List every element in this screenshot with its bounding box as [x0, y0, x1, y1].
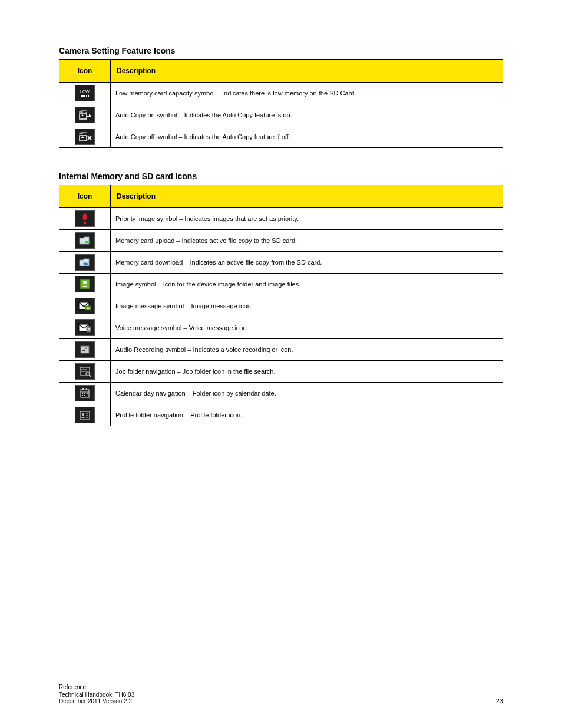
- svg-rect-35: [84, 393, 85, 394]
- svg-rect-7: [80, 114, 87, 119]
- table-row: Image symbol – Icon for the device image…: [59, 274, 503, 295]
- svg-text:AUTO: AUTO: [79, 110, 87, 113]
- cell-desc: Image symbol – Icon for the device image…: [111, 274, 503, 295]
- svg-rect-34: [82, 393, 83, 394]
- svg-rect-32: [82, 388, 84, 390]
- svg-rect-1: [81, 95, 82, 97]
- page: Camera Setting Feature Icons Icon Descri…: [0, 0, 562, 728]
- t1-header-icon: Icon: [59, 60, 111, 83]
- cell-desc: Calendar day navigation – Folder icon by…: [111, 383, 503, 404]
- t2-header-icon: Icon: [59, 185, 111, 208]
- svg-rect-3: [84, 95, 85, 97]
- svg-rect-2: [82, 95, 84, 97]
- section1-title: Camera Setting Feature Icons: [59, 46, 503, 55]
- job-folder-icon: [75, 363, 95, 380]
- cell-desc: Low memory card capacity symbol – Indica…: [111, 83, 503, 104]
- table-row: Calendar day navigation – Folder icon by…: [59, 383, 503, 404]
- auto-copy-off-icon: AUTO: [75, 129, 95, 145]
- svg-rect-38: [84, 395, 85, 396]
- svg-rect-36: [87, 393, 88, 394]
- table-row: Voice message symbol – Voice message ico…: [59, 317, 503, 339]
- cell-desc: Voice message symbol – Voice message ico…: [111, 317, 503, 339]
- cell-desc: Job folder navigation – Job folder icon …: [111, 361, 503, 383]
- svg-rect-12: [85, 241, 88, 243]
- calendar-folder-icon: [75, 385, 95, 401]
- table-row: Memory card upload – Indicates active fi…: [59, 230, 503, 252]
- svg-rect-23: [88, 328, 90, 330]
- cell-desc: Memory card upload – Indicates active fi…: [111, 230, 503, 252]
- svg-rect-4: [86, 95, 87, 97]
- t2-header-desc: Description: [111, 185, 503, 208]
- svg-point-16: [83, 281, 87, 284]
- cell-desc: Memory card download – Indicates an acti…: [111, 252, 503, 274]
- svg-text:LOW: LOW: [80, 90, 90, 94]
- memory-sd-table: Icon Description Priority image symbol –…: [59, 185, 503, 426]
- table-row: Memory card download – Indicates an acti…: [59, 252, 503, 274]
- memory-card-upload-icon: [75, 232, 95, 249]
- page-footer: Reference Technical Handbook: TH6.03 Dec…: [59, 684, 503, 704]
- svg-point-10: [83, 213, 87, 220]
- cell-desc: Priority image symbol – Indicates images…: [111, 208, 503, 230]
- svg-point-11: [84, 222, 87, 225]
- auto-copy-on-icon: AUTO: [75, 107, 95, 123]
- image-folder-icon: [75, 276, 95, 292]
- audio-recording-icon: [75, 341, 95, 358]
- low-memory-icon: LOW: [75, 85, 95, 101]
- table-row: LOW Low memory card capacity symbol – In…: [59, 83, 503, 104]
- footer-page-number: 23: [496, 697, 503, 704]
- cell-desc: Image message symbol – Image message ico…: [111, 295, 503, 317]
- memory-card-download-icon: [75, 254, 95, 271]
- table-row: Audio Recording symbol – Indicates a voi…: [59, 339, 503, 361]
- voice-message-icon: [75, 319, 95, 336]
- svg-rect-5: [88, 95, 89, 97]
- table-row: Priority image symbol – Indicates images…: [59, 208, 503, 230]
- svg-rect-9: [80, 136, 87, 141]
- footer-section: Reference: [59, 684, 503, 690]
- svg-point-40: [82, 413, 84, 416]
- table-row: AUTO Auto Copy on symbol – Indicates the…: [59, 104, 503, 126]
- svg-rect-37: [82, 395, 83, 396]
- cell-desc: Auto Copy on symbol – Indicates the Auto…: [111, 104, 503, 126]
- profile-folder-icon: [75, 407, 95, 423]
- svg-line-29: [89, 375, 91, 377]
- section2-title: Internal Memory and SD card Icons: [59, 172, 503, 181]
- svg-rect-33: [86, 388, 87, 390]
- table-row: Profile folder navigation – Profile fold…: [59, 404, 503, 426]
- table-row: Job folder navigation – Job folder icon …: [59, 361, 503, 383]
- t1-header-desc: Description: [111, 60, 503, 83]
- table-row: AUTO Auto Copy off symbol – Indicates th…: [59, 126, 503, 148]
- footer-date-version: December 2011 Version 2.2: [59, 698, 132, 704]
- camera-settings-table: Icon Description LOW: [59, 59, 503, 148]
- cell-desc: Profile folder navigation – Profile fold…: [111, 404, 503, 426]
- footer-doc-ref: Technical Handbook: TH6.03: [59, 691, 134, 698]
- image-message-icon: [75, 298, 95, 314]
- svg-text:AUTO: AUTO: [79, 131, 87, 135]
- cell-desc: Auto Copy off symbol – Indicates the Aut…: [111, 126, 503, 148]
- cell-desc: Audio Recording symbol – Indicates a voi…: [111, 339, 503, 361]
- priority-image-icon: [75, 210, 95, 227]
- table-row: Image message symbol – Image message ico…: [59, 295, 503, 317]
